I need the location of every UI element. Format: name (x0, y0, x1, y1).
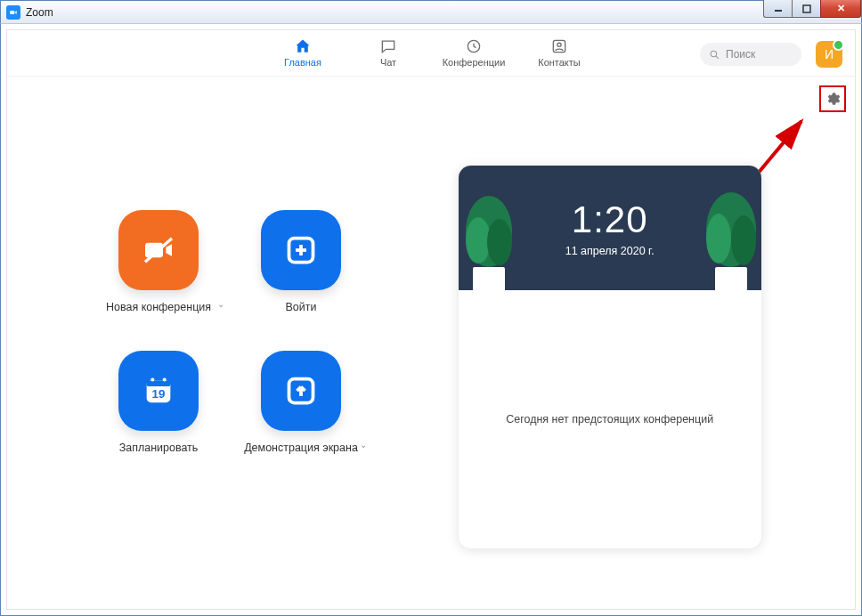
share-label: Демонстрация экрана (244, 442, 358, 456)
new-meeting-button[interactable] (118, 210, 199, 290)
share-action[interactable]: Демонстрация экрана ⌄ (239, 351, 363, 456)
join-button[interactable] (261, 210, 341, 290)
window-body: Главная Чат Конференции (0, 24, 862, 616)
minimize-button[interactable] (763, 0, 792, 18)
card-banner: 1:20 11 апреля 2020 г. (459, 166, 761, 290)
current-time: 1:20 (572, 199, 648, 241)
calendar-icon: 19 (141, 373, 176, 409)
tab-contacts-label: Контакты (538, 57, 581, 68)
svg-point-26 (706, 214, 731, 263)
empty-meetings-text: Сегодня нет предстоящих конференций (506, 413, 713, 426)
main-area: Новая конференция ⌄ Войти (7, 77, 855, 609)
window-controls: ✕ (763, 0, 861, 18)
new-meeting-action[interactable]: Новая конференция ⌄ (96, 210, 221, 315)
tab-chat[interactable]: Чат (354, 36, 423, 69)
schedule-label: Запланировать (119, 442, 199, 456)
svg-text:19: 19 (152, 387, 166, 401)
plant-decoration (459, 178, 525, 290)
today-card: 1:20 11 апреля 2020 г. Сегодня нет предс… (459, 166, 761, 548)
svg-point-5 (557, 43, 561, 46)
svg-line-7 (716, 56, 719, 59)
clock-icon (465, 36, 483, 56)
video-off-icon (141, 232, 176, 268)
schedule-action[interactable]: 19 Запланировать (96, 351, 221, 456)
chevron-down-icon[interactable]: ⌄ (360, 440, 367, 450)
top-nav: Главная Чат Конференции (7, 30, 855, 77)
svg-point-16 (150, 377, 154, 381)
plus-icon (285, 234, 317, 266)
share-button[interactable] (261, 351, 341, 431)
svg-rect-2 (803, 5, 810, 12)
card-body: Сегодня нет предстоящих конференций (459, 290, 761, 548)
current-date: 11 апреля 2020 г. (565, 245, 655, 257)
maximize-button[interactable] (792, 0, 820, 18)
search-icon (709, 49, 720, 61)
chevron-down-icon[interactable]: ⌄ (217, 299, 224, 309)
tab-meetings[interactable]: Конференции (439, 36, 508, 69)
svg-rect-0 (10, 10, 14, 13)
join-label: Войти (286, 301, 317, 315)
zoom-app-icon (6, 5, 20, 20)
svg-rect-24 (715, 267, 747, 290)
svg-point-22 (466, 217, 491, 263)
avatar[interactable]: И (816, 41, 842, 68)
tab-meetings-label: Конференции (443, 57, 506, 68)
schedule-button[interactable]: 19 (118, 351, 199, 431)
app-frame: Главная Чат Конференции (6, 29, 856, 610)
tab-contacts[interactable]: Контакты (525, 36, 594, 69)
share-screen-icon (285, 375, 317, 407)
svg-rect-20 (473, 267, 505, 290)
svg-point-23 (487, 219, 512, 265)
svg-rect-15 (147, 380, 171, 386)
join-action[interactable]: Войти (239, 210, 363, 315)
action-panel: Новая конференция ⌄ Войти (34, 85, 391, 591)
contacts-icon (550, 36, 568, 56)
tab-home-label: Главная (284, 57, 321, 68)
home-icon (293, 36, 313, 56)
tab-home[interactable]: Главная (268, 36, 337, 69)
new-meeting-label: Новая конференция (106, 301, 211, 315)
plant-decoration (695, 178, 761, 290)
window-title: Zoom (26, 6, 53, 19)
tab-chat-label: Чат (380, 57, 396, 68)
info-panel: 1:20 11 апреля 2020 г. Сегодня нет предс… (391, 85, 828, 591)
svg-point-6 (711, 51, 717, 57)
avatar-initial: И (825, 47, 834, 61)
window-titlebar: Zoom ✕ (0, 0, 862, 24)
close-button[interactable]: ✕ (820, 0, 861, 18)
search-input[interactable]: Поиск (700, 43, 801, 66)
chat-icon (379, 36, 397, 56)
search-placeholder: Поиск (726, 48, 755, 61)
svg-point-27 (731, 215, 756, 265)
svg-point-17 (163, 377, 167, 381)
